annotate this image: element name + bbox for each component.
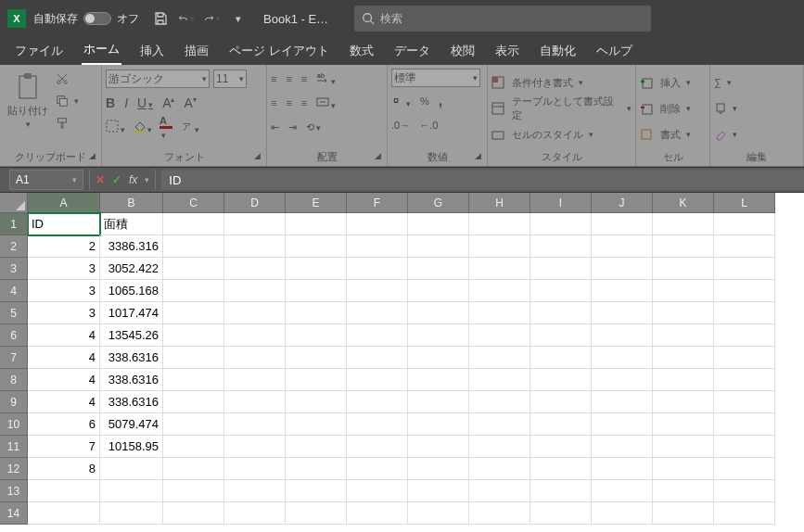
formula-input[interactable]: ID [161,170,804,190]
cell-D11[interactable] [224,436,286,458]
cell-C10[interactable] [163,413,224,436]
cell-B9[interactable]: 338.6316 [100,391,163,413]
cell-G9[interactable] [408,391,469,413]
row-head-12[interactable]: 12 [0,458,28,480]
cell-L1[interactable] [714,213,775,235]
tab-数式[interactable]: 数式 [348,37,376,65]
copy-button[interactable] [56,91,79,111]
autosum-button[interactable]: ∑ [714,72,732,93]
col-head-E[interactable]: E [286,193,347,213]
cell-E11[interactable] [286,436,347,458]
cell-C1[interactable] [163,213,224,235]
cell-H10[interactable] [469,413,530,436]
dialog-launcher-icon[interactable]: ◢ [475,151,481,160]
cell-B5[interactable]: 1017.474 [100,302,163,324]
row-head-11[interactable]: 11 [0,436,28,458]
cell-J7[interactable] [592,347,653,369]
row-head-4[interactable]: 4 [0,280,28,302]
cell-K2[interactable] [653,235,714,258]
cell-E12[interactable] [286,458,347,480]
col-head-J[interactable]: J [592,193,653,213]
row-head-8[interactable]: 8 [0,369,28,391]
redo-icon[interactable] [204,10,221,27]
autosave[interactable]: 自動保存 オフ [33,11,139,27]
cell-J1[interactable] [592,213,653,235]
cell-E13[interactable] [286,480,347,502]
cell-C11[interactable] [163,436,224,458]
cell-I7[interactable] [530,347,592,369]
cell-H2[interactable] [469,235,530,258]
cell-A13[interactable] [28,480,100,502]
col-head-I[interactable]: I [530,193,592,213]
save-icon[interactable] [152,10,169,27]
cell-I12[interactable] [530,458,592,480]
cell-G3[interactable] [408,258,469,280]
font-size-select[interactable]: 11▾ [213,70,247,88]
tab-表示[interactable]: 表示 [493,37,521,65]
cell-C14[interactable] [163,502,224,525]
increase-font-icon[interactable]: A▴ [162,95,174,110]
cell-L6[interactable] [714,324,775,347]
cell-A10[interactable]: 6 [28,413,100,436]
col-head-K[interactable]: K [653,193,714,213]
cell-H13[interactable] [469,480,530,502]
cell-L11[interactable] [714,436,775,458]
cell-J3[interactable] [592,258,653,280]
cell-C12[interactable] [163,458,224,480]
cell-K4[interactable] [653,280,714,302]
cell-D9[interactable] [224,391,286,413]
cell-E8[interactable] [286,369,347,391]
cell-H11[interactable] [469,436,530,458]
cell-F3[interactable] [347,258,408,280]
cell-L8[interactable] [714,369,775,391]
cell-J6[interactable] [592,324,653,347]
cell-J9[interactable] [592,391,653,413]
cell-A14[interactable] [28,502,100,525]
cell-I2[interactable] [530,235,592,258]
cell-A12[interactable]: 8 [28,458,100,480]
cell-D14[interactable] [224,502,286,525]
cell-L5[interactable] [714,302,775,324]
cell-A1[interactable]: ID [28,213,100,235]
cell-D3[interactable] [224,258,286,280]
row-head-14[interactable]: 14 [0,502,28,525]
font-color-button[interactable]: A [160,115,172,140]
cell-C8[interactable] [163,369,224,391]
merge-button[interactable] [316,95,336,110]
cell-K6[interactable] [653,324,714,347]
cell-I9[interactable] [530,391,592,413]
dialog-launcher-icon[interactable]: ◢ [375,151,381,160]
cell-G6[interactable] [408,324,469,347]
cell-D10[interactable] [224,413,286,436]
cell-C2[interactable] [163,235,224,258]
cell-J11[interactable] [592,436,653,458]
cell-L10[interactable] [714,413,775,436]
fill-color-button[interactable] [133,120,152,134]
cell-F14[interactable] [347,502,408,525]
cell-K13[interactable] [653,480,714,502]
cell-I3[interactable] [530,258,592,280]
decrease-font-icon[interactable]: A▾ [184,95,196,110]
cell-G4[interactable] [408,280,469,302]
cell-E7[interactable] [286,347,347,369]
cell-C7[interactable] [163,347,224,369]
cell-I11[interactable] [530,436,592,458]
cell-A9[interactable]: 4 [28,391,100,413]
cell-C6[interactable] [163,324,224,347]
cell-C5[interactable] [163,302,224,324]
cell-D6[interactable] [224,324,286,347]
cell-K9[interactable] [653,391,714,413]
cell-B11[interactable]: 10158.95 [100,436,163,458]
align-middle-icon[interactable]: ≡ [286,73,291,84]
cell-E4[interactable] [286,280,347,302]
insert-cells-button[interactable]: 挿入 [640,72,691,93]
cell-E10[interactable] [286,413,347,436]
cell-I5[interactable] [530,302,592,324]
italic-button[interactable]: I [124,95,128,110]
row-head-10[interactable]: 10 [0,413,28,436]
cell-L4[interactable] [714,280,775,302]
name-box[interactable]: A1▾ [9,170,83,190]
cell-K11[interactable] [653,436,714,458]
cell-D4[interactable] [224,280,286,302]
cell-F11[interactable] [347,436,408,458]
